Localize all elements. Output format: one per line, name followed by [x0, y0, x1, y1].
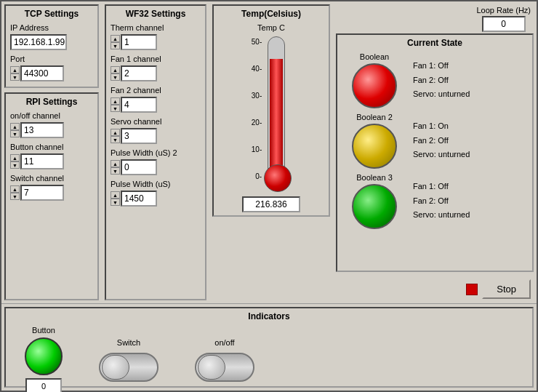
temp-value[interactable]: 216.836	[242, 196, 300, 212]
state-row-2: Boolean 2 Fan 1: On Fan 2: Off Servo: un…	[342, 113, 528, 169]
fan1-arrows: ▲ ▼	[111, 66, 120, 81]
fan2-field-row: ▲ ▼ 4	[111, 97, 201, 113]
temp-sublabel: Temp C	[257, 23, 285, 32]
port-down-btn[interactable]: ▼	[10, 73, 20, 81]
button-channel-value[interactable]: 11	[20, 153, 64, 169]
state3-line3: Servo: unturned	[413, 208, 470, 223]
pw-up-btn[interactable]: ▲	[111, 191, 120, 199]
fan2-up-btn[interactable]: ▲	[111, 97, 120, 105]
servo-down-btn[interactable]: ▼	[111, 136, 120, 143]
onoff-value[interactable]: 13	[20, 122, 64, 138]
stop-indicator	[466, 284, 478, 295]
servo-field-row: ▲ ▼ 3	[111, 128, 201, 144]
loop-rate-label: Loop Rate (Hz)	[476, 6, 531, 15]
temp-title: Temp(Celsius)	[241, 9, 301, 19]
port-field-row: ▲ ▼ 44300	[10, 65, 93, 81]
pw2-arrows: ▲ ▼	[111, 160, 120, 175]
port-value[interactable]: 44300	[20, 65, 64, 81]
loop-rate-container: Loop Rate (Hz) 0	[476, 6, 531, 32]
temp-scale: 50- 40- 30- 20- 10- 0-	[252, 36, 262, 182]
onoff-toggle[interactable]	[195, 353, 254, 382]
boolean-3-container: Boolean 3	[342, 173, 407, 229]
switch-arrows: ▲ ▼	[10, 185, 20, 200]
switch-spinner: ▲ ▼ 7	[10, 185, 64, 201]
button-spinner: ▲ ▼ 11	[10, 153, 64, 169]
button-indicator-light	[25, 337, 63, 375]
wf32-panel: WF32 Settings Therm channel ▲ ▼ 1 Fan 1 …	[105, 4, 206, 300]
onoff-up-btn[interactable]: ▲	[10, 123, 20, 130]
button-arrows: ▲ ▼	[10, 154, 20, 169]
button-up-btn[interactable]: ▲	[10, 154, 20, 161]
indicators-row: Indicators Button 0 Switch on/off	[1, 303, 537, 391]
fan2-spinner: ▲ ▼ 4	[111, 97, 157, 113]
pulse-width-field-row: ▲ ▼ 1450	[111, 191, 201, 207]
boolean-label: Boolean	[360, 52, 389, 61]
button-indicator-group: Button 0	[25, 326, 63, 392]
fan2-arrows: ▲ ▼	[111, 97, 120, 112]
port-label: Port	[10, 55, 93, 63]
pw-down-btn[interactable]: ▼	[111, 199, 120, 206]
state-2-info: Fan 1: On Fan 2: Off Servo: unturned	[413, 119, 470, 162]
onoff-down-btn[interactable]: ▼	[10, 130, 20, 137]
port-up-btn[interactable]: ▲	[10, 66, 20, 73]
pulse-width2-value[interactable]: 0	[121, 159, 157, 175]
fan2-down-btn[interactable]: ▼	[111, 105, 120, 112]
rpi-panel: RPI Settings on/off channel ▲ ▼ 13 Butto…	[4, 92, 99, 300]
thermometer: 50- 40- 30- 20- 10- 0-	[252, 36, 291, 189]
switch-toggle[interactable]	[99, 353, 158, 382]
therm-spinner: ▲ ▼ 1	[111, 34, 157, 50]
main-window: TCP Settings IP Address 192.168.1.99 Por…	[0, 0, 538, 392]
therm-value[interactable]: 1	[121, 34, 157, 50]
fan1-down-btn[interactable]: ▼	[111, 73, 120, 81]
onoff-channel-label: on/off channel	[10, 111, 93, 120]
therm-down-btn[interactable]: ▼	[111, 42, 120, 49]
servo-value[interactable]: 3	[121, 128, 157, 144]
therm-up-btn[interactable]: ▲	[111, 35, 120, 42]
fan1-value[interactable]: 2	[121, 65, 157, 81]
onoff-indicator-label: on/off	[214, 338, 234, 347]
button-down-btn[interactable]: ▼	[10, 161, 20, 169]
servo-spinner: ▲ ▼ 3	[111, 128, 157, 144]
therm-arrows: ▲ ▼	[111, 35, 120, 49]
ip-field-row: 192.168.1.99	[10, 34, 93, 50]
state-3-info: Fan 1: Off Fan 2: Off Servo: unturned	[413, 180, 470, 223]
onoff-toggle-knob	[198, 355, 225, 380]
temp-panel: Temp(Celsius) Temp C 50- 40- 30- 20- 10-…	[212, 4, 330, 217]
pw2-down-btn[interactable]: ▼	[111, 167, 120, 175]
port-spinner: ▲ ▼ 44300	[10, 65, 64, 81]
fan1-spinner: ▲ ▼ 2	[111, 65, 157, 81]
button-channel-label: Button channel	[10, 143, 93, 151]
state-row-1: Boolean Fan 1: Off Fan 2: Off Servo: unt…	[342, 52, 528, 108]
ip-address-display[interactable]: 192.168.1.99	[10, 34, 67, 50]
therm-bulb	[264, 164, 292, 192]
pulse-width2-field-row: ▲ ▼ 0	[111, 159, 201, 175]
boolean-1-container: Boolean	[342, 52, 407, 108]
onoff-spinner: ▲ ▼ 13	[10, 122, 64, 138]
fan2-value[interactable]: 4	[121, 97, 157, 113]
pw-arrows: ▲ ▼	[111, 191, 120, 206]
fan1-up-btn[interactable]: ▲	[111, 66, 120, 73]
switch-toggle-knob	[102, 355, 129, 380]
switch-down-btn[interactable]: ▼	[10, 193, 20, 200]
switch-up-btn[interactable]: ▲	[10, 185, 20, 193]
pulse-width-label: Pulse Width (uS)	[111, 180, 201, 188]
wf32-column: WF32 Settings Therm channel ▲ ▼ 1 Fan 1 …	[102, 1, 209, 303]
temp-column: Temp(Celsius) Temp C 50- 40- 30- 20- 10-…	[209, 1, 333, 303]
pulse-width-value[interactable]: 1450	[121, 191, 157, 207]
switch-channel-label: Switch channel	[10, 174, 93, 183]
stop-button[interactable]: Stop	[482, 279, 531, 299]
loop-rate-row: Loop Rate (Hz) 0	[333, 1, 537, 32]
pw2-up-btn[interactable]: ▲	[111, 160, 120, 167]
servo-up-btn[interactable]: ▲	[111, 129, 120, 136]
wf32-title: WF32 Settings	[111, 9, 201, 19]
loop-rate-value[interactable]: 0	[482, 16, 526, 32]
yellow-light	[352, 124, 397, 169]
fan1-field-row: ▲ ▼ 2	[111, 65, 201, 81]
green-light	[352, 184, 397, 229]
switch-value[interactable]: 7	[20, 185, 64, 201]
state1-line1: Fan 1: Off	[413, 59, 470, 73]
switch-field-row: ▲ ▼ 7	[10, 185, 93, 201]
therm-fill	[270, 59, 283, 179]
state3-line1: Fan 1: Off	[413, 180, 470, 194]
stop-row: Stop	[333, 275, 537, 303]
